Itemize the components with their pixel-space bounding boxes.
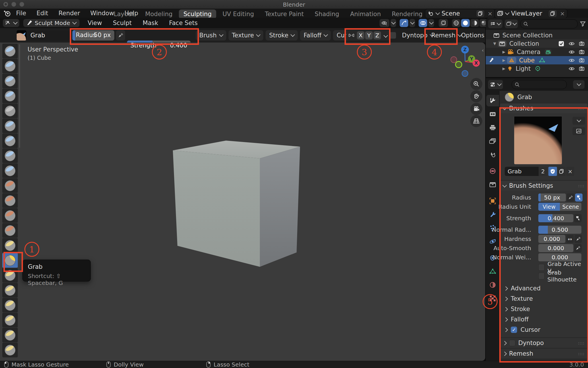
disable-in-renders-camera-icon[interactable] [579,41,585,46]
viewlayer-name[interactable]: ViewLayer [511,10,546,17]
workspace-tab-modeling[interactable]: Modeling [140,9,177,19]
scene-name[interactable]: Scene [442,10,474,17]
outliner-row-camera[interactable]: ▶Camera [486,48,588,56]
subpanel-stroke[interactable]: Stroke [500,304,587,314]
tool-brush-clay[interactable] [2,74,18,88]
subpanel-advanced[interactable]: Advanced [500,283,587,294]
subpanel-falloff[interactable]: Falloff [500,314,587,325]
overlays-dropdown-button[interactable] [428,19,434,27]
tool-brush-grab[interactable] [2,253,18,268]
properties-tab-render[interactable] [486,108,499,120]
outliner-display-mode-button[interactable] [488,20,502,28]
tool-brush-snake-hook[interactable] [2,283,18,298]
grab-active-v-checkbox[interactable] [538,264,545,271]
gizmo-x-axis[interactable]: X [473,60,480,67]
properties-tab-object[interactable] [486,195,499,207]
hide-in-viewport-eye-icon[interactable] [568,50,575,54]
gizmo-minus-z-axis[interactable] [462,70,468,77]
outliner-search-input[interactable] [520,19,578,28]
tool-brush-smooth[interactable] [2,178,18,193]
tool-brush-draw[interactable] [2,44,18,58]
menu-render[interactable]: Render [57,10,81,17]
pressure-sensitivity-button[interactable] [574,244,582,252]
brushes-panel-header[interactable]: Brushes :::: [500,103,587,113]
brush-select-dropdown[interactable] [572,117,585,125]
mode-selector[interactable]: Sculpt Mode [23,19,80,27]
pressure-sensitivity-button[interactable] [575,235,582,243]
tool-brush-rotate[interactable] [2,343,18,357]
default-cube[interactable] [0,43,485,361]
viewport-menu-mask[interactable]: Mask [141,20,160,26]
dyntopo-panel-header[interactable]: Dyntopo :::: [500,338,587,348]
tool-brush-pinch[interactable] [2,238,18,253]
properties-tab-modifiers[interactable] [486,209,499,220]
outliner-item-label[interactable]: Camera [517,49,540,55]
workspace-tab-texture-paint[interactable]: Texture Paint [260,9,309,19]
tool-brush-blob[interactable] [2,148,18,163]
tool-brush-nudge[interactable] [2,328,18,342]
popover-brush[interactable]: Brush [196,30,226,41]
duplicate-brush-button[interactable] [558,167,566,176]
radius-slider[interactable]: Radius 50 px [72,30,114,41]
outliner-row-light[interactable]: ▶Light [486,64,588,73]
brush-name-field[interactable]: Grab [27,30,69,41]
outliner-row-scene-collection[interactable]: Scene Collection [486,31,588,39]
overlays-toggle-button[interactable] [419,19,427,27]
properties-tab-world[interactable] [486,165,499,177]
panel-grip-icon[interactable]: :::: [578,341,585,345]
properties-tab-output[interactable] [486,122,499,133]
disclosure-collapsed-icon[interactable]: ▶ [501,66,507,71]
setting-slider-radius[interactable]: 50 px [538,193,566,202]
disable-in-renders-camera-icon[interactable] [579,58,585,63]
brush-users-count-button[interactable]: 2 [539,167,547,176]
hardness-invert-icon[interactable]: ↔ [566,235,574,243]
new-viewlayer-button[interactable] [549,10,557,17]
tool-brush-elastic-deform[interactable] [2,268,18,283]
pressure-sensitivity-button[interactable] [567,193,574,202]
tool-brush-multi-plane-scrape[interactable] [2,223,18,238]
new-scene-button[interactable] [476,10,484,17]
mirror-x-button[interactable]: X [357,31,364,39]
viewport-menu-sculpt[interactable]: Sculpt [111,20,134,26]
outliner-row-cube[interactable]: ▶Cube [486,56,588,64]
mirror-z-button[interactable]: Z [374,31,381,39]
workspace-tab-shading[interactable]: Shading [310,9,344,19]
xray-toggle-button[interactable] [439,19,448,27]
disclosure-expanded-icon[interactable]: ▼ [492,41,498,46]
properties-tab-object-data[interactable] [486,266,499,277]
disclosure-collapsed-icon[interactable]: ▶ [501,58,507,62]
viewport-menu-face-sets[interactable]: Face Sets [167,20,200,26]
popover-falloff[interactable]: Falloff [300,30,331,41]
active-brush-thumbnail[interactable] [17,30,26,41]
workspace-tab-layout[interactable]: Layout [109,9,139,19]
collection-exclude-checkbox[interactable] [558,41,564,47]
cursor-enable-checkbox[interactable]: ✓ [511,327,517,333]
panel-grip-icon[interactable]: :::: [578,183,585,188]
3d-viewport[interactable]: User Perspective (1) Cube Z Y X ‹ Grab S… [0,43,485,361]
remesh-panel-header[interactable]: Remesh :::: [500,349,587,359]
disable-in-renders-camera-icon[interactable] [579,66,585,71]
shading-wireframe-button[interactable] [452,19,461,27]
scene-selector[interactable]: Scene × [425,9,495,18]
workspace-tab-rendering[interactable]: Rendering [387,9,427,19]
properties-tab-tool[interactable] [486,95,499,106]
menu-file[interactable]: File [15,10,27,17]
setting-slider-hardness[interactable]: 0.000 [538,235,565,243]
workspace-tab-animation[interactable]: Animation [345,9,385,19]
filter-funnel-icon[interactable] [580,21,586,26]
popover-texture[interactable]: Texture [229,30,264,41]
gizmos-toggle-button[interactable] [400,19,408,27]
hide-in-viewport-eye-icon[interactable] [568,58,575,63]
tool-brush-draw-sharp[interactable] [2,59,18,73]
properties-search-input[interactable] [512,80,567,89]
tool-brush-layer[interactable] [2,118,18,133]
tool-brush-inflate[interactable] [2,133,18,148]
tool-brush-clay-thumb[interactable] [2,103,18,118]
gizmo-minus-y-axis[interactable] [455,61,462,68]
outliner-item-label[interactable]: Scene Collection [502,32,553,39]
workspace-tab-sculpting[interactable]: Sculpting [179,9,216,19]
grab-silhouette-checkbox[interactable] [538,273,545,279]
tool-brush-scrape[interactable] [2,208,18,223]
properties-editor-type-button[interactable] [488,80,503,89]
disclosure-collapsed-icon[interactable]: ▶ [501,50,507,54]
